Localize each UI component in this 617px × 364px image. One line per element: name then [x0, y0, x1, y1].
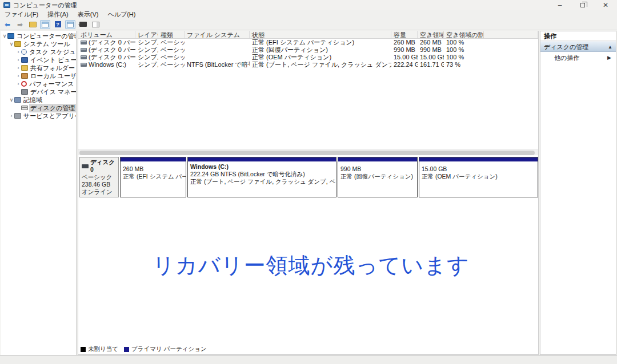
column-capacity[interactable]: 容量	[391, 31, 418, 38]
volume-list: ボリューム レイアウト 種類 ファイル システム 状態 容量 空き領域 空き領域…	[78, 31, 538, 68]
column-status[interactable]: 状態	[250, 31, 391, 38]
tree-item-computer-management[interactable]: ∨ コンピューターの管理 (ローカル)	[1, 32, 76, 40]
expander-icon[interactable]: ∨	[9, 97, 14, 103]
volume-status: 正常 (回復パーティション)	[250, 46, 391, 54]
tree-item-performance[interactable]: › パフォーマンス	[1, 80, 76, 88]
expander-icon[interactable]: ›	[15, 65, 21, 71]
volume-row[interactable]: (ディスク 0 パーティション 4) シンプル ベーシック 正常 (回復パーティ…	[78, 46, 538, 54]
partition-status: 正常 (回復パーティション)	[340, 173, 415, 180]
services-icon	[14, 113, 21, 119]
title-bar: コンピューターの管理 – ✕	[0, 0, 617, 10]
expander-icon[interactable]: ›	[15, 81, 21, 87]
expander-icon[interactable]: ›	[15, 49, 21, 55]
console-icon	[79, 22, 87, 27]
window-title: コンピューターの管理	[13, 1, 77, 10]
tree-item-disk-management[interactable]: ディスクの管理	[1, 104, 76, 112]
column-type[interactable]: 種類	[158, 31, 185, 38]
collapse-icon[interactable]: ▲	[608, 45, 612, 50]
volume-free: 15.00 GB	[418, 54, 444, 61]
menu-view[interactable]: 表示(V)	[73, 10, 103, 19]
column-free-pct[interactable]: 空き領域の割合	[444, 31, 484, 38]
partition-efi[interactable]: 260 MB 正常 (EFI システム パーティション)	[120, 157, 186, 197]
expander-icon[interactable]: ›	[15, 57, 21, 63]
console-properties-icon[interactable]	[78, 20, 88, 29]
new-window-icon[interactable]	[90, 20, 101, 29]
restore-button[interactable]	[571, 0, 594, 10]
column-free-space[interactable]: 空き領域	[418, 31, 444, 38]
disk-size: 238.46 GB	[82, 181, 117, 188]
show-action-pane-icon[interactable]	[65, 20, 75, 29]
partition-recovery[interactable]: 990 MB 正常 (回復パーティション)	[338, 157, 418, 197]
tree-item-label: システム ツール	[22, 40, 72, 48]
partition-color-bar	[121, 157, 186, 162]
volume-layout: シンプル	[135, 39, 158, 46]
tree-item-shared-folders[interactable]: › 共有フォルダー	[1, 64, 76, 72]
volume-icon	[81, 55, 87, 59]
question-icon: ?	[55, 21, 61, 27]
tree-item-device-manager[interactable]: デバイス マネージャー	[1, 88, 76, 96]
partition-color-bar	[188, 157, 336, 162]
scrollbar-thumb[interactable]	[79, 151, 535, 155]
legend-label: 未割り当て	[88, 345, 118, 353]
expander-icon[interactable]: ∨	[2, 33, 7, 39]
partition-color-bar	[419, 157, 538, 162]
more-actions-item[interactable]: 他の操作 ▶	[540, 52, 616, 63]
close-button[interactable]: ✕	[594, 0, 617, 10]
volume-free: 161.71 GB	[418, 61, 444, 68]
forward-icon[interactable]: ➡	[15, 20, 25, 29]
partition-windows-c[interactable]: Windows (C:) 222.24 GB NTFS (BitLocker で…	[187, 157, 336, 197]
volume-free: 990 MB	[418, 46, 444, 54]
volume-layout: シンプル	[135, 46, 158, 54]
volume-type: ベーシック	[158, 61, 185, 68]
computer-icon	[7, 33, 14, 39]
volume-name: (ディスク 0 パーティション 1)	[89, 39, 135, 46]
tree-item-services-applications[interactable]: › サービスとアプリケーション	[1, 112, 76, 120]
expander-icon[interactable]: ∨	[9, 41, 14, 47]
tree-item-local-users-groups[interactable]: › ローカル ユーザーとグループ	[1, 72, 76, 80]
help-icon[interactable]: ?	[53, 20, 63, 29]
column-layout[interactable]: レイアウト	[135, 31, 158, 38]
expander-icon[interactable]: ›	[15, 73, 21, 79]
column-filesystem[interactable]: ファイル システム	[185, 31, 250, 38]
volume-fs	[185, 39, 250, 46]
disk-0-label[interactable]: ディスク 0 ベーシック 238.46 GB オンライン	[79, 157, 119, 197]
show-console-tree-icon[interactable]	[40, 20, 50, 29]
desktop-background-strip	[0, 356, 617, 364]
tree-item-system-tools[interactable]: ∨ システム ツール	[1, 40, 76, 48]
menu-help[interactable]: ヘルプ(H)	[103, 10, 140, 19]
volume-row[interactable]: (ディスク 0 パーティション 5) シンプル ベーシック 正常 (OEM パー…	[78, 54, 538, 61]
menu-action[interactable]: 操作(A)	[43, 10, 73, 19]
partition-status: 正常 (EFI システム パーティション)	[123, 173, 183, 180]
horizontal-scrollbar[interactable]	[78, 149, 538, 155]
expander-icon[interactable]: ›	[9, 113, 14, 119]
tree-item-task-scheduler[interactable]: › タスク スケジューラ	[1, 48, 76, 56]
up-one-level-icon[interactable]	[27, 20, 38, 29]
disk-status: オンライン	[82, 188, 117, 196]
partition-oem[interactable]: 15.00 GB 正常 (OEM パーティション)	[419, 157, 538, 197]
app-icon	[3, 2, 10, 8]
legend-primary-partition: プライマリ パーティション	[124, 345, 207, 353]
partition-status: 正常 (ブート, ページ ファイル, クラッシュ ダンプ, ベーシック データ …	[190, 178, 334, 185]
event-viewer-icon	[21, 57, 28, 63]
volume-type: ベーシック	[158, 54, 185, 61]
volume-capacity: 222.24 GB	[391, 61, 418, 68]
volume-row[interactable]: (ディスク 0 パーティション 1) シンプル ベーシック 正常 (EFI シス…	[78, 39, 538, 46]
volume-type: ベーシック	[158, 39, 185, 46]
volume-free-pct: 100 %	[444, 54, 484, 61]
volume-row[interactable]: Windows (C:) シンプル ベーシック NTFS (BitLocker …	[78, 61, 538, 68]
volume-fs	[185, 46, 250, 54]
disk-management-pane: ボリューム レイアウト 種類 ファイル システム 状態 容量 空き領域 空き領域…	[78, 31, 539, 355]
legend-unallocated: 未割り当て	[81, 345, 118, 353]
performance-icon	[21, 81, 27, 87]
actions-group-disk-management[interactable]: ディスクの管理 ▲	[540, 42, 616, 52]
volume-fs: NTFS (BitLocker で暗号化済み)	[185, 61, 250, 68]
tree-item-event-viewer[interactable]: › イベント ビューアー	[1, 56, 76, 64]
storage-icon	[14, 97, 21, 103]
tree-item-label: デバイス マネージャー	[29, 88, 77, 96]
back-icon[interactable]: ⬅	[2, 20, 13, 29]
menu-file[interactable]: ファイル(F)	[0, 10, 43, 19]
column-volume[interactable]: ボリューム	[78, 31, 135, 38]
minimize-button[interactable]: –	[548, 0, 571, 10]
tree-item-storage[interactable]: ∨ 記憶域	[1, 96, 76, 104]
actions-group-title: ディスクの管理	[544, 43, 588, 51]
